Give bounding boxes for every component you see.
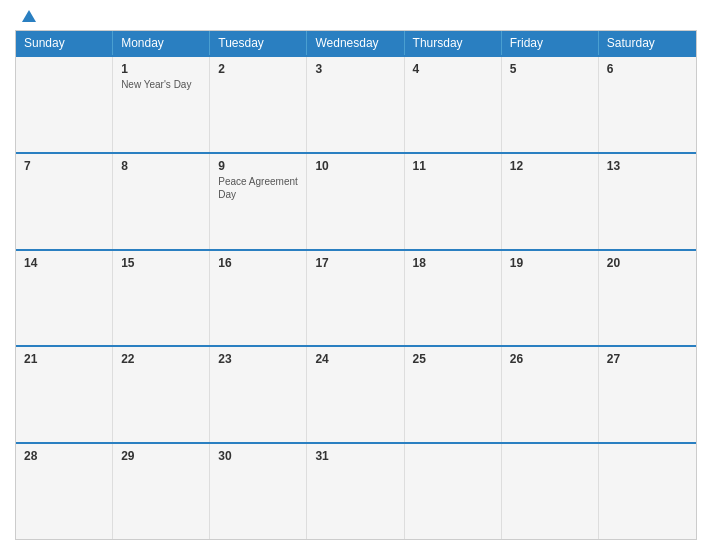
day-number: 2 <box>218 62 298 76</box>
day-number: 22 <box>121 352 201 366</box>
day-cell: 15 <box>113 251 210 346</box>
day-cell: 26 <box>502 347 599 442</box>
day-header-friday: Friday <box>502 31 599 55</box>
day-cell: 12 <box>502 154 599 249</box>
day-number: 8 <box>121 159 201 173</box>
day-number: 21 <box>24 352 104 366</box>
day-header-monday: Monday <box>113 31 210 55</box>
day-cell: 9Peace Agreement Day <box>210 154 307 249</box>
logo-blue-text <box>19 10 36 22</box>
day-cell: 31 <box>307 444 404 539</box>
day-cell: 4 <box>405 57 502 152</box>
day-cell: 29 <box>113 444 210 539</box>
day-number: 18 <box>413 256 493 270</box>
day-header-wednesday: Wednesday <box>307 31 404 55</box>
week-row-4: 21222324252627 <box>16 345 696 442</box>
day-number: 11 <box>413 159 493 173</box>
calendar-header <box>15 10 697 22</box>
day-header-saturday: Saturday <box>599 31 696 55</box>
calendar-container: SundayMondayTuesdayWednesdayThursdayFrid… <box>0 0 712 550</box>
weeks: 1New Year's Day23456789Peace Agreement D… <box>16 55 696 539</box>
day-number: 7 <box>24 159 104 173</box>
day-number: 26 <box>510 352 590 366</box>
day-number: 27 <box>607 352 688 366</box>
week-row-3: 14151617181920 <box>16 249 696 346</box>
day-number: 9 <box>218 159 298 173</box>
day-cell: 10 <box>307 154 404 249</box>
holiday-name: New Year's Day <box>121 78 201 91</box>
day-number: 23 <box>218 352 298 366</box>
day-number: 30 <box>218 449 298 463</box>
day-cell: 17 <box>307 251 404 346</box>
day-number: 24 <box>315 352 395 366</box>
day-cell: 24 <box>307 347 404 442</box>
day-cell: 22 <box>113 347 210 442</box>
day-number: 12 <box>510 159 590 173</box>
day-number: 1 <box>121 62 201 76</box>
day-number: 13 <box>607 159 688 173</box>
day-cell: 5 <box>502 57 599 152</box>
day-number: 31 <box>315 449 395 463</box>
holiday-name: Peace Agreement Day <box>218 175 298 201</box>
day-cell: 18 <box>405 251 502 346</box>
week-row-2: 789Peace Agreement Day10111213 <box>16 152 696 249</box>
week-row-5: 28293031 <box>16 442 696 539</box>
day-cell: 25 <box>405 347 502 442</box>
logo-triangle-icon <box>22 10 36 22</box>
day-cell: 30 <box>210 444 307 539</box>
day-cell: 20 <box>599 251 696 346</box>
day-cell: 27 <box>599 347 696 442</box>
day-cell: 11 <box>405 154 502 249</box>
day-cell: 28 <box>16 444 113 539</box>
day-number: 28 <box>24 449 104 463</box>
day-number: 5 <box>510 62 590 76</box>
day-cell <box>599 444 696 539</box>
day-cell: 21 <box>16 347 113 442</box>
day-number: 19 <box>510 256 590 270</box>
day-cell: 2 <box>210 57 307 152</box>
day-number: 15 <box>121 256 201 270</box>
day-number: 25 <box>413 352 493 366</box>
day-cell: 1New Year's Day <box>113 57 210 152</box>
day-cell: 19 <box>502 251 599 346</box>
day-number: 10 <box>315 159 395 173</box>
day-number: 14 <box>24 256 104 270</box>
day-cell: 3 <box>307 57 404 152</box>
day-cell <box>16 57 113 152</box>
day-header-sunday: Sunday <box>16 31 113 55</box>
day-header-thursday: Thursday <box>405 31 502 55</box>
week-row-1: 1New Year's Day23456 <box>16 55 696 152</box>
day-cell <box>405 444 502 539</box>
day-cell: 8 <box>113 154 210 249</box>
day-cell: 7 <box>16 154 113 249</box>
day-cell: 6 <box>599 57 696 152</box>
day-header-tuesday: Tuesday <box>210 31 307 55</box>
day-number: 6 <box>607 62 688 76</box>
day-number: 4 <box>413 62 493 76</box>
day-cell: 13 <box>599 154 696 249</box>
calendar-grid: SundayMondayTuesdayWednesdayThursdayFrid… <box>15 30 697 540</box>
day-cell: 23 <box>210 347 307 442</box>
day-number: 20 <box>607 256 688 270</box>
day-cell <box>502 444 599 539</box>
logo <box>19 10 36 22</box>
day-number: 16 <box>218 256 298 270</box>
day-number: 17 <box>315 256 395 270</box>
day-cell: 14 <box>16 251 113 346</box>
day-number: 29 <box>121 449 201 463</box>
days-header: SundayMondayTuesdayWednesdayThursdayFrid… <box>16 31 696 55</box>
day-number: 3 <box>315 62 395 76</box>
day-cell: 16 <box>210 251 307 346</box>
